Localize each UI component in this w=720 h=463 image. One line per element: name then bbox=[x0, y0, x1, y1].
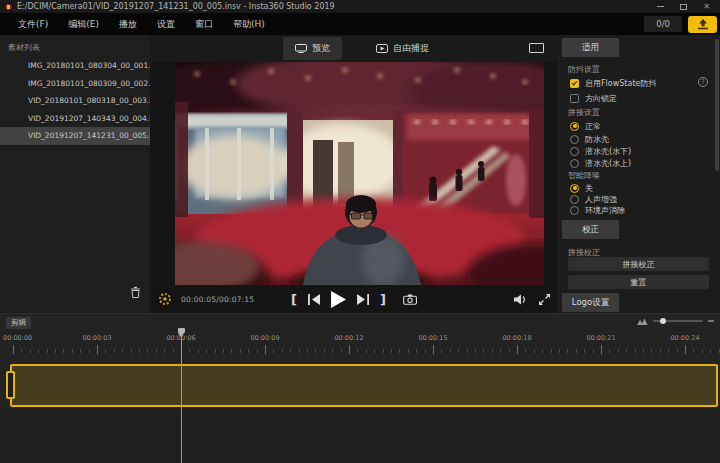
file-name: VID_20180101_080318_00_003.insv bbox=[28, 96, 164, 105]
zoom-in-icon[interactable] bbox=[708, 320, 714, 322]
ruler-major-tick bbox=[97, 345, 98, 354]
radio-dive-surface[interactable] bbox=[570, 159, 579, 168]
ruler-tick-label: 00:00:18 bbox=[497, 334, 537, 342]
preview-tab-bar: 预览 自由捕捉 bbox=[150, 35, 558, 62]
video-clip[interactable] bbox=[10, 364, 718, 407]
media-file-list: IMG_20180101_080304_00_001.insp IMG_2018… bbox=[0, 57, 150, 145]
ruler-major-tick bbox=[685, 345, 686, 354]
stitch-option-dive-underwater[interactable]: 潜水壳(水下) bbox=[570, 146, 631, 156]
file-name: IMG_20180101_080304_00_001.insp bbox=[28, 61, 166, 70]
timeline-zoom-slider[interactable] bbox=[653, 320, 703, 322]
stitching-header: 拼接设置 bbox=[568, 107, 600, 118]
direction-lock-checkbox[interactable] bbox=[570, 94, 579, 103]
help-icon[interactable]: ? bbox=[698, 77, 708, 87]
stitch-option-normal[interactable]: 正常 bbox=[570, 121, 601, 131]
upload-icon bbox=[697, 19, 709, 30]
denoise-option-off[interactable]: 关 bbox=[570, 183, 593, 193]
denoise-option-ambient[interactable]: 环境声消除 bbox=[570, 205, 625, 215]
next-frame-icon[interactable] bbox=[357, 294, 369, 305]
tab-freecapture[interactable]: 自由捕捉 bbox=[364, 37, 441, 60]
ruler-tick-label: 00:00:03 bbox=[77, 334, 117, 342]
ruler-tick-label: 00:00:00 bbox=[3, 334, 43, 342]
stitch-option-waterproof[interactable]: 防水壳 bbox=[570, 134, 609, 144]
video-viewport[interactable] bbox=[175, 62, 544, 285]
trash-icon bbox=[130, 286, 141, 298]
denoise-header: 智能降噪 bbox=[568, 170, 600, 181]
edit-label: 剪辑 bbox=[6, 317, 31, 329]
minimize-icon[interactable] bbox=[657, 6, 664, 7]
ruler-major-tick bbox=[349, 345, 350, 354]
view-reset-icon[interactable] bbox=[156, 290, 174, 308]
radio-ambient-remove[interactable] bbox=[570, 206, 579, 215]
play-icon[interactable] bbox=[331, 291, 346, 308]
maximize-icon[interactable] bbox=[680, 4, 687, 10]
ruler-major-tick bbox=[433, 345, 434, 354]
radio-normal[interactable] bbox=[570, 122, 579, 131]
settings-panel: 适用 防抖设置 启用FlowState防抖 ? 方向锁定 拼接设置 正常 防水壳… bbox=[558, 35, 720, 313]
ruler-tick-label: 00:00:15 bbox=[413, 334, 453, 342]
apply-button[interactable]: 适用 bbox=[562, 38, 619, 57]
stitch-calibrate-button[interactable]: 拼接校正 bbox=[568, 257, 709, 271]
ruler-major-tick bbox=[13, 345, 14, 354]
list-item[interactable]: IMG_20180101_080304_00_001.insp bbox=[0, 57, 150, 75]
reset-button[interactable]: 重置 bbox=[568, 275, 709, 289]
fullscreen-icon[interactable] bbox=[539, 294, 550, 305]
panel-scrollbar[interactable] bbox=[715, 39, 719, 171]
menu-file[interactable]: 文件(F) bbox=[8, 18, 58, 31]
menu-bar: 文件(F) 编辑(E) 播放 设置 窗口 帮助(H) 0/0 bbox=[0, 13, 720, 35]
snapshot-camera-icon[interactable] bbox=[403, 294, 417, 305]
denoise-option-label: 人声增强 bbox=[585, 194, 617, 205]
ruler-minor-ticks[interactable] bbox=[13, 349, 720, 353]
ruler-tick-label: 00:00:21 bbox=[581, 334, 621, 342]
menu-help[interactable]: 帮助(H) bbox=[223, 18, 275, 31]
close-icon[interactable]: ✕ bbox=[703, 3, 710, 11]
logo-settings-button[interactable]: Logo设置 bbox=[562, 293, 619, 312]
timeline-zoom-control bbox=[637, 317, 714, 325]
list-item[interactable]: IMG_20180101_080309_00_002.insp bbox=[0, 75, 150, 93]
delete-file-button[interactable] bbox=[130, 283, 141, 295]
file-name: VID_20191207_141231_00_005.insv bbox=[28, 131, 164, 140]
menu-window[interactable]: 窗口 bbox=[185, 18, 223, 31]
radio-dive-underwater[interactable] bbox=[570, 147, 579, 156]
set-out-point-button[interactable]: ] bbox=[380, 293, 386, 306]
flowstate-option[interactable]: 启用FlowState防抖 ? bbox=[570, 78, 720, 88]
radio-denoise-off[interactable] bbox=[570, 184, 579, 193]
flowstate-label: 启用FlowState防抖 bbox=[585, 78, 656, 89]
media-sidebar: 素材列表 IMG_20180101_080304_00_001.insp IMG… bbox=[0, 35, 150, 313]
set-in-point-button[interactable]: [ bbox=[291, 293, 297, 306]
direction-lock-label: 方向锁定 bbox=[585, 93, 617, 104]
denoise-option-label: 关 bbox=[585, 183, 593, 194]
export-queue-count[interactable]: 0/0 bbox=[644, 16, 682, 32]
correction-button[interactable]: 校正 bbox=[562, 220, 619, 239]
title-bar: E:/DCIM/Camera01/VID_20191207_141231_00_… bbox=[0, 0, 720, 13]
menu-play[interactable]: 播放 bbox=[109, 18, 147, 31]
list-item-selected[interactable]: VID_20191207_141231_00_005.insv bbox=[0, 127, 150, 145]
trim-handle-left[interactable] bbox=[6, 371, 15, 399]
ruler-major-tick bbox=[601, 345, 602, 354]
zoom-out-icon[interactable] bbox=[637, 317, 648, 325]
stitch-option-dive-surface[interactable]: 潜水壳(水上) bbox=[570, 158, 631, 168]
denoise-option-voice[interactable]: 人声增强 bbox=[570, 194, 617, 204]
list-item[interactable]: VID_20180101_080318_00_003.insv bbox=[0, 92, 150, 110]
list-item[interactable]: VID_20191207_140343_00_004.insv bbox=[0, 110, 150, 128]
screen-mode-toggle-icon[interactable] bbox=[529, 43, 544, 53]
freecapture-camera-icon bbox=[376, 44, 388, 53]
previous-frame-icon[interactable] bbox=[308, 294, 320, 305]
playhead[interactable] bbox=[181, 336, 182, 463]
stitch-option-label: 正常 bbox=[585, 121, 601, 132]
flowstate-checkbox[interactable] bbox=[570, 79, 579, 88]
radio-waterproof[interactable] bbox=[570, 135, 579, 144]
ruler-tick-label: 00:00:24 bbox=[665, 334, 705, 342]
direction-lock-option[interactable]: 方向锁定 bbox=[570, 93, 617, 103]
window-title: E:/DCIM/Camera01/VID_20191207_141231_00_… bbox=[17, 2, 335, 11]
zoom-slider-knob[interactable] bbox=[660, 318, 666, 324]
ruler-major-tick bbox=[517, 345, 518, 354]
preview-area: 预览 自由捕捉 bbox=[150, 35, 558, 313]
menu-edit[interactable]: 编辑(E) bbox=[58, 18, 109, 31]
app-icon bbox=[4, 2, 13, 11]
tab-preview[interactable]: 预览 bbox=[283, 37, 342, 60]
menu-settings[interactable]: 设置 bbox=[147, 18, 185, 31]
radio-voice-enhance[interactable] bbox=[570, 195, 579, 204]
volume-icon[interactable] bbox=[514, 294, 527, 305]
export-button[interactable] bbox=[688, 16, 717, 33]
